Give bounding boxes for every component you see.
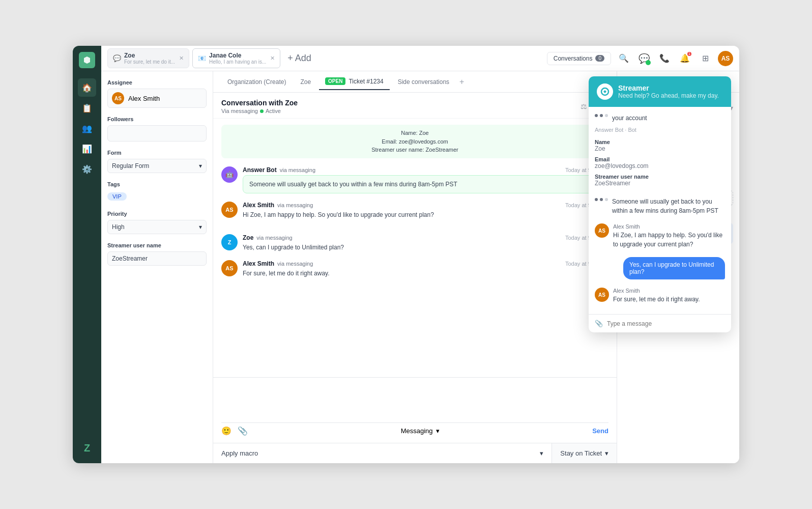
followers-input[interactable] <box>107 125 207 142</box>
grid-icon[interactable]: ⊞ <box>698 51 713 66</box>
ticket-tab-zoe[interactable]: Zoe <box>294 74 317 90</box>
streamer-alex-block-2: Alex Smith For sure, let me do it right … <box>613 288 725 304</box>
nav-icon-tickets[interactable]: 📋 <box>78 99 96 117</box>
tab-zoe-sublabel: For sure, let me do it... <box>124 59 175 65</box>
form-select[interactable]: Regular Form ▾ <box>107 159 207 173</box>
user-avatar[interactable]: AS <box>718 51 733 66</box>
ticket-tab-zoe-label: Zoe <box>300 78 311 86</box>
streamer-field-email: Email zoe@lovedogs.com <box>595 154 725 172</box>
system-message: Name: Zoe Email: zoe@lovedogs.com Stream… <box>221 125 608 158</box>
alex-avatar-2: AS <box>221 260 238 276</box>
streamer-field-name: Name Zoe <box>595 137 725 154</box>
zoe-1-sender: Zoe <box>243 234 253 241</box>
streamer-field-username: Streamer user name ZoeStreamer <box>595 172 725 189</box>
tab-zoe-close[interactable]: ✕ <box>179 55 184 62</box>
streamer-input-row[interactable]: 📎 <box>589 314 731 332</box>
stay-ticket-button[interactable]: Stay on Ticket ▾ <box>552 443 617 463</box>
chat-input-area[interactable] <box>221 382 608 422</box>
alex-1-text: Hi Zoe, I am happy to help. So you'd lik… <box>243 210 608 219</box>
active-indicator: Via messaging Active <box>221 108 298 114</box>
ticket-tab-org[interactable]: Organization (Create) <box>221 74 292 90</box>
streamer-msg-bot-preview: your account <box>595 107 725 126</box>
nav-icon-users[interactable]: 👥 <box>78 119 96 137</box>
send-button[interactable]: Send <box>592 427 608 435</box>
conversations-button[interactable]: Conversations 0 <box>547 52 611 65</box>
apply-macro-chevron: ▾ <box>540 449 543 457</box>
alex-2-sender: Alex Smith <box>243 260 274 267</box>
ticket-tab-org-label: Organization (Create) <box>227 78 286 86</box>
bot-via: via messaging <box>280 167 315 173</box>
streamer-popup: Streamer Need help? Go ahead, make my da… <box>589 76 731 332</box>
left-nav: 🏠 📋 👥 📊 ⚙️ Z <box>73 46 101 463</box>
assignee-avatar: AS <box>112 92 124 104</box>
streamer-logo <box>597 83 613 100</box>
streamer-message-input[interactable] <box>607 320 725 327</box>
top-right-actions: Conversations 0 🔍 💬 📞 🔔 1 ⊞ AS <box>547 51 733 66</box>
tab-zoe[interactable]: 💬 Zoe For sure, let me do it... ✕ <box>107 48 189 68</box>
ticket-tab-side-label: Side conversations <box>398 78 449 86</box>
form-value: Regular Form <box>112 162 149 169</box>
chat-icon[interactable]: 💬 <box>636 51 652 66</box>
chat-title: Conversation with Zoe <box>221 99 298 107</box>
streamer-bot-text-block: Someone will usually get back to you wit… <box>612 197 725 215</box>
messaging-toggle[interactable]: Messaging ▾ <box>401 427 440 435</box>
message-alex2: AS Alex Smith via messaging Today at 9:0… <box>221 260 608 285</box>
tab-janae-close[interactable]: ✕ <box>270 55 275 62</box>
tags-container: VIP <box>107 190 207 203</box>
zoe-1-meta: Zoe via messaging Today at 9:01 AM <box>243 234 608 241</box>
alex-1-via: via messaging <box>277 202 313 208</box>
nav-icon-reports[interactable]: 📊 <box>78 139 96 158</box>
streamer-subtitle: Need help? Go ahead, make my day. <box>618 92 719 99</box>
tag-vip[interactable]: VIP <box>107 192 127 201</box>
emoji-icon[interactable]: 🙂 <box>221 426 231 436</box>
channel-label: Via messaging <box>221 108 258 114</box>
dots-indicator <box>595 111 608 120</box>
followers-section: Followers <box>107 116 207 142</box>
message-bot: 🤖 Answer Bot via messaging Today at 9:01… <box>221 166 608 193</box>
bot-sender: Answer Bot <box>243 166 277 174</box>
phone-icon[interactable]: 📞 <box>657 51 672 66</box>
chat-title-area: Conversation with Zoe Via messaging Acti… <box>221 99 298 114</box>
nav-icon-settings[interactable]: ⚙️ <box>78 160 96 178</box>
add-tab-button[interactable]: + Add <box>283 51 315 66</box>
priority-chevron: ▾ <box>199 223 202 231</box>
ticket-tab-side[interactable]: Side conversations <box>392 74 455 90</box>
apply-macro-button[interactable]: Apply macro ▾ <box>213 443 552 463</box>
sys-line-2: Email: zoe@lovedogs.com <box>229 137 600 146</box>
alex-message-2-content: Alex Smith via messaging Today at 9:01 A… <box>243 260 608 285</box>
zoe-message-1-content: Zoe via messaging Today at 9:01 AM Yes, … <box>243 234 608 252</box>
alex-1-meta: Alex Smith via messaging Today at 9:01 A… <box>243 202 608 209</box>
streamer-attach-icon[interactable]: 📎 <box>595 320 603 327</box>
tab-janae[interactable]: 📧 Janae Cole Hello, I am having an is...… <box>192 48 280 68</box>
followers-label: Followers <box>107 116 207 122</box>
notification-icon[interactable]: 🔔 1 <box>677 51 692 66</box>
chat-header: Conversation with Zoe Via messaging Acti… <box>213 93 617 119</box>
bot-message-box: Someone will usually get back to you wit… <box>243 175 608 193</box>
assignee-row[interactable]: AS Alex Smith <box>107 89 207 108</box>
streamer-bot-msg: Someone will usually get back to you wit… <box>595 193 725 219</box>
streamer-zoe-bubble-row: Yes, can I upgrade to Unlimited plan? <box>595 253 725 284</box>
streamer-alex-text: Hi Zoe, I am happy to help. So you'd lik… <box>613 231 725 249</box>
conversations-label: Conversations <box>554 55 593 62</box>
tab-zoe-label: Zoe <box>124 52 175 59</box>
zoe-1-via: via messaging <box>256 235 292 241</box>
top-bar: 💬 Zoe For sure, let me do it... ✕ 📧 Jana… <box>101 46 739 71</box>
filter-icon[interactable]: ⚖ <box>581 102 587 110</box>
attach-icon[interactable]: 📎 <box>238 426 248 436</box>
alex-avatar-1: AS <box>221 202 238 218</box>
chat-bottom: 🙂 📎 Messaging ▾ Send <box>213 377 617 443</box>
priority-select[interactable]: High ▾ <box>107 220 207 234</box>
open-badge: OPEN <box>325 77 345 85</box>
ticket-tab-ticket[interactable]: OPEN Ticket #1234 <box>319 73 390 90</box>
bot-message-content: Answer Bot via messaging Today at 9:01 A… <box>243 166 608 193</box>
nav-icon-zendesk[interactable]: Z <box>78 439 96 457</box>
form-chevron: ▾ <box>199 162 202 169</box>
add-ticket-tab-button[interactable]: + <box>459 77 464 87</box>
streamer-input[interactable]: ZoeStreamer <box>107 251 207 266</box>
nav-icon-home[interactable]: 🏠 <box>78 78 96 97</box>
search-icon[interactable]: 🔍 <box>616 51 631 66</box>
assignee-name: Alex Smith <box>128 95 160 102</box>
alex-2-via: via messaging <box>277 261 313 267</box>
nav-logo[interactable] <box>79 52 95 68</box>
notification-badge: 1 <box>687 52 691 56</box>
